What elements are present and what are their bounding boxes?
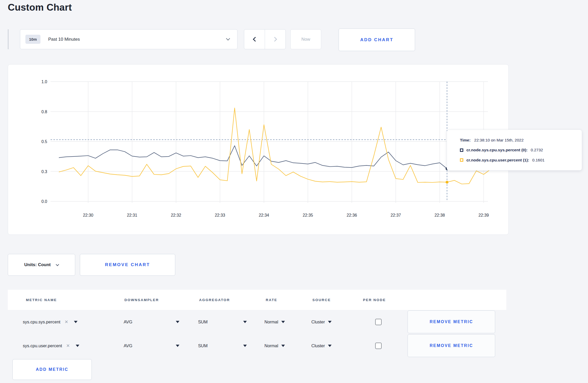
metric-name-label: sys.cpu.sys.percent — [23, 320, 60, 324]
dropdown-arrow-icon — [176, 321, 179, 323]
tooltip-time-label: Time: — [460, 138, 471, 143]
column-header-downsampler: DOWNSAMPLER — [124, 290, 159, 310]
metric-name-select[interactable]: sys.cpu.sys.percent ✕ — [23, 310, 78, 334]
time-range-label: Past 10 Minutes — [48, 37, 227, 42]
downsampler-value: AVG — [124, 343, 132, 348]
next-time-button[interactable] — [265, 30, 285, 49]
chevron-down-icon — [56, 263, 59, 266]
clear-metric-icon[interactable]: ✕ — [66, 343, 70, 349]
per-node-cell — [375, 334, 382, 358]
metric-name-label: sys.cpu.user.percent — [23, 343, 62, 348]
chevron-right-icon — [272, 37, 277, 41]
aggregator-value: SUM — [198, 320, 208, 324]
downsampler-select[interactable]: AVG — [124, 334, 179, 358]
dropdown-arrow-icon — [74, 321, 78, 323]
chart-hover-tooltip: Time: 22:38:10 on Mar 15th, 2022 cr.node… — [447, 130, 582, 171]
dropdown-arrow-icon — [243, 321, 247, 323]
metric-name-select[interactable]: sys.cpu.user.percent ✕ — [23, 334, 79, 358]
source-value: Cluster — [311, 320, 325, 324]
rate-value: Normal — [264, 343, 278, 348]
source-select[interactable]: Cluster — [311, 334, 332, 358]
aggregator-select[interactable]: SUM — [198, 310, 247, 334]
per-node-cell — [375, 310, 382, 334]
remove-metric-button[interactable]: REMOVE METRIC — [408, 310, 495, 333]
tooltip-series-row: cr.node.sys.cpu.sys.percent (0): 0.2732 — [460, 148, 576, 152]
metrics-table-header: METRIC NAME DOWNSAMPLER AGGREGATOR RATE … — [8, 290, 506, 310]
page-title: Custom Chart — [8, 2, 72, 13]
sys-series-swatch-icon — [460, 148, 463, 152]
rate-select[interactable]: Normal — [264, 334, 285, 358]
dropdown-arrow-icon — [243, 345, 247, 347]
dropdown-arrow-icon — [76, 345, 79, 347]
remove-metric-button[interactable]: REMOVE METRIC — [408, 334, 495, 357]
chevron-down-icon — [226, 37, 230, 41]
downsampler-value: AVG — [124, 320, 132, 324]
time-range-badge: 10m — [25, 35, 40, 44]
dropdown-arrow-icon — [328, 345, 332, 347]
tooltip-time-row: Time: 22:38:10 on Mar 15th, 2022 — [460, 138, 576, 143]
add-chart-button[interactable]: ADD CHART — [339, 29, 415, 51]
tooltip-series-row: cr.node.sys.cpu.user.percent (1): 0.1601 — [460, 158, 576, 162]
column-header-rate: RATE — [266, 290, 277, 310]
add-metric-button[interactable]: ADD METRIC — [12, 359, 92, 380]
time-nav-group — [244, 29, 286, 49]
dropdown-arrow-icon — [176, 345, 179, 347]
prev-time-button[interactable] — [244, 30, 265, 49]
user-series-swatch-icon — [460, 158, 463, 162]
table-row: sys.cpu.user.percent ✕ AVG SUM Normal Cl… — [8, 334, 506, 358]
units-select[interactable]: Units: Count — [8, 254, 75, 276]
now-button[interactable]: Now — [290, 29, 321, 49]
source-value: Cluster — [311, 343, 325, 348]
dropdown-arrow-icon — [281, 321, 285, 323]
toolbar-divider — [8, 29, 9, 49]
source-select[interactable]: Cluster — [311, 310, 332, 334]
dropdown-arrow-icon — [281, 345, 285, 347]
column-header-per-node: PER NODE — [363, 290, 386, 310]
tooltip-series-name: cr.node.sys.cpu.sys.percent (0): — [466, 148, 528, 152]
rate-select[interactable]: Normal — [264, 310, 285, 334]
time-range-select[interactable]: 10m Past 10 Minutes — [20, 29, 237, 49]
per-node-checkbox[interactable] — [375, 343, 382, 349]
remove-chart-button[interactable]: REMOVE CHART — [80, 254, 175, 276]
aggregator-select[interactable]: SUM — [198, 334, 247, 358]
clear-metric-icon[interactable]: ✕ — [65, 319, 68, 325]
tooltip-series-value: 0.2732 — [531, 148, 543, 152]
chart-card — [8, 64, 509, 235]
column-header-source: SOURCE — [312, 290, 331, 310]
rate-value: Normal — [264, 320, 278, 324]
chevron-left-icon — [253, 37, 257, 41]
table-row: sys.cpu.sys.percent ✕ AVG SUM Normal Clu… — [8, 310, 506, 334]
column-header-metric-name: METRIC NAME — [26, 290, 57, 310]
aggregator-value: SUM — [198, 343, 208, 348]
dropdown-arrow-icon — [328, 321, 332, 323]
tooltip-series-value: 0.1601 — [532, 158, 544, 162]
tooltip-time-value: 22:38:10 on Mar 15th, 2022 — [474, 138, 523, 143]
per-node-checkbox[interactable] — [375, 319, 382, 325]
units-label: Units: Count — [24, 262, 51, 267]
column-header-aggregator: AGGREGATOR — [199, 290, 230, 310]
tooltip-series-name: cr.node.sys.cpu.user.percent (1): — [466, 158, 529, 162]
downsampler-select[interactable]: AVG — [124, 310, 179, 334]
